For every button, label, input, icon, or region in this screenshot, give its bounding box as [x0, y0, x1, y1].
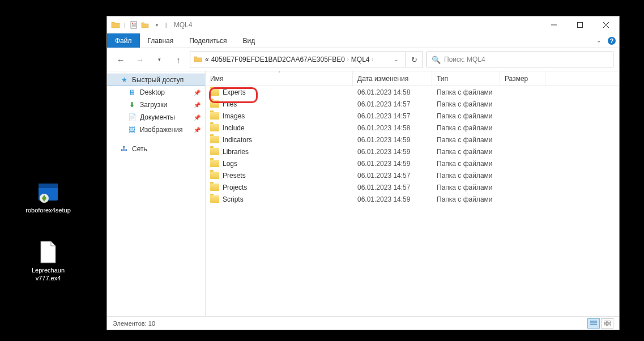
maximize-button[interactable] [567, 16, 593, 33]
chevron-right-icon[interactable]: › [347, 57, 349, 62]
file-date: 06.01.2023 14:57 [353, 172, 432, 180]
desktop-icon-leprechaun[interactable]: Leprechaun v777.ex4 [23, 240, 74, 283]
column-date[interactable]: Дата изменения [353, 71, 432, 86]
file-date: 06.01.2023 14:59 [353, 148, 432, 156]
folder-icon [210, 172, 219, 179]
nav-quick-access[interactable]: ★ Быстрый доступ [107, 74, 205, 86]
file-type: Папка с файлами [432, 148, 500, 156]
folder-icon [210, 124, 219, 131]
nav-downloads[interactable]: ⬇ Загрузки 📌 [107, 99, 205, 111]
close-button[interactable] [593, 16, 619, 33]
table-row[interactable]: Libraries06.01.2023 14:59Папка с файлами [206, 146, 619, 157]
nav-pictures[interactable]: 🖼 Изображения 📌 [107, 123, 205, 136]
table-row[interactable]: Indicators06.01.2023 14:59Папка с файлам… [206, 134, 619, 146]
nav-documents[interactable]: 📄 Документы 📌 [107, 111, 205, 123]
back-button[interactable]: ← [113, 52, 129, 67]
qat-separator: | [163, 22, 169, 28]
titlebar[interactable]: | ▾ | MQL4 [107, 16, 619, 33]
star-icon: ★ [120, 75, 129, 84]
file-name: Images [223, 112, 245, 120]
quick-access-toolbar: | ▾ | [107, 20, 169, 30]
chevron-right-icon[interactable]: › [372, 57, 374, 62]
desktop-icon-roboforex[interactable]: roboforex4setup [23, 180, 74, 214]
window-title: MQL4 [169, 21, 193, 29]
tab-home[interactable]: Главная [140, 33, 182, 48]
ribbon-tabs: Файл Главная Поделиться Вид ⌄ ? [107, 33, 619, 48]
table-row[interactable]: Images06.01.2023 14:57Папка с файлами [206, 110, 619, 122]
column-headers: ˄ Имя Дата изменения Тип Размер [206, 71, 619, 86]
column-type[interactable]: Тип [432, 71, 500, 86]
file-name: Include [223, 124, 245, 132]
file-blank-icon [36, 240, 60, 264]
ribbon-expand-icon[interactable]: ⌄ [593, 33, 604, 48]
tab-file[interactable]: Файл [107, 33, 140, 48]
column-size[interactable]: Размер [500, 71, 545, 86]
table-row[interactable]: Experts06.01.2023 14:58Папка с файлами [206, 86, 619, 98]
svg-rect-20 [608, 324, 611, 326]
new-folder-icon[interactable] [140, 20, 151, 30]
pictures-icon: 🖼 [127, 125, 137, 134]
address-bar[interactable]: « 4058E7F09EFDE1BAD2CAA67AE305FBE0 › MQL… [190, 52, 406, 67]
table-row[interactable]: Files06.01.2023 14:57Папка с файлами [206, 98, 619, 110]
file-type: Папка с файлами [432, 112, 500, 120]
breadcrumb-segment[interactable]: MQL4 [351, 56, 370, 63]
status-bar: Элементов: 10 [107, 316, 619, 330]
up-button[interactable]: ↑ [170, 52, 186, 67]
file-type: Папка с файлами [432, 88, 500, 96]
file-name: Indicators [223, 136, 252, 144]
file-name: Files [223, 100, 237, 108]
network-icon: 🖧 [120, 144, 129, 154]
desktop-icon-label: Leprechaun v777.ex4 [23, 266, 74, 283]
table-row[interactable]: Logs06.01.2023 14:59Папка с файлами [206, 157, 619, 169]
column-name[interactable]: ˄ Имя [206, 71, 353, 86]
svg-rect-19 [604, 324, 607, 326]
nav-desktop[interactable]: 🖥 Desktop 📌 [107, 86, 205, 99]
folder-icon [110, 20, 121, 30]
table-row[interactable]: Scripts06.01.2023 14:59Папка с файлами [206, 193, 619, 205]
address-dropdown-icon[interactable]: ⌄ [391, 57, 402, 62]
setup-box-icon [36, 180, 60, 204]
recent-locations-dropdown[interactable]: ▾ [151, 52, 167, 67]
folder-icon [210, 184, 219, 191]
nav-network[interactable]: 🖧 Сеть [107, 143, 205, 155]
help-button[interactable]: ? [604, 33, 619, 48]
table-row[interactable]: Projects06.01.2023 14:57Папка с файлами [206, 181, 619, 193]
file-date: 06.01.2023 14:57 [353, 184, 432, 191]
file-type: Папка с файлами [432, 195, 500, 203]
folder-icon [210, 195, 219, 203]
tab-share[interactable]: Поделиться [181, 33, 234, 48]
qat-dropdown-icon[interactable]: ▾ [152, 20, 162, 30]
tab-view[interactable]: Вид [234, 33, 263, 48]
table-row[interactable]: Include06.01.2023 14:58Папка с файлами [206, 122, 619, 134]
file-date: 06.01.2023 14:57 [353, 112, 432, 120]
explorer-body: ★ Быстрый доступ 🖥 Desktop 📌 ⬇ Загрузки … [107, 71, 619, 316]
folder-icon [210, 112, 219, 120]
refresh-button[interactable]: ↻ [406, 52, 423, 67]
folder-icon [210, 148, 219, 155]
desktop-icon: 🖥 [127, 88, 137, 97]
file-name: Projects [223, 184, 247, 191]
minimize-button[interactable] [541, 16, 567, 33]
search-placeholder: Поиск: MQL4 [444, 56, 485, 63]
svg-text:?: ? [610, 37, 614, 44]
properties-icon[interactable] [129, 20, 139, 30]
folder-icon [210, 100, 219, 108]
file-name: Scripts [223, 195, 244, 203]
file-list: ˄ Имя Дата изменения Тип Размер Experts0… [206, 71, 619, 316]
view-thumbnails-button[interactable] [601, 318, 613, 329]
svg-rect-9 [578, 23, 583, 28]
breadcrumb-segment[interactable]: 4058E7F09EFDE1BAD2CAA67AE305FBE0 [211, 56, 345, 63]
table-row[interactable]: Presets06.01.2023 14:57Папка с файлами [206, 169, 619, 181]
view-details-button[interactable] [587, 318, 600, 329]
forward-button[interactable]: → [132, 52, 148, 67]
file-name: Presets [223, 172, 246, 180]
qat-separator: | [122, 22, 128, 28]
file-date: 06.01.2023 14:59 [353, 160, 432, 168]
file-type: Папка с файлами [432, 124, 500, 132]
search-icon: 🔍 [432, 56, 441, 64]
file-date: 06.01.2023 14:58 [353, 124, 432, 132]
file-date: 06.01.2023 14:59 [353, 195, 432, 203]
pin-icon: 📌 [194, 89, 201, 96]
search-box[interactable]: 🔍 Поиск: MQL4 [427, 52, 613, 67]
documents-icon: 📄 [127, 113, 137, 122]
